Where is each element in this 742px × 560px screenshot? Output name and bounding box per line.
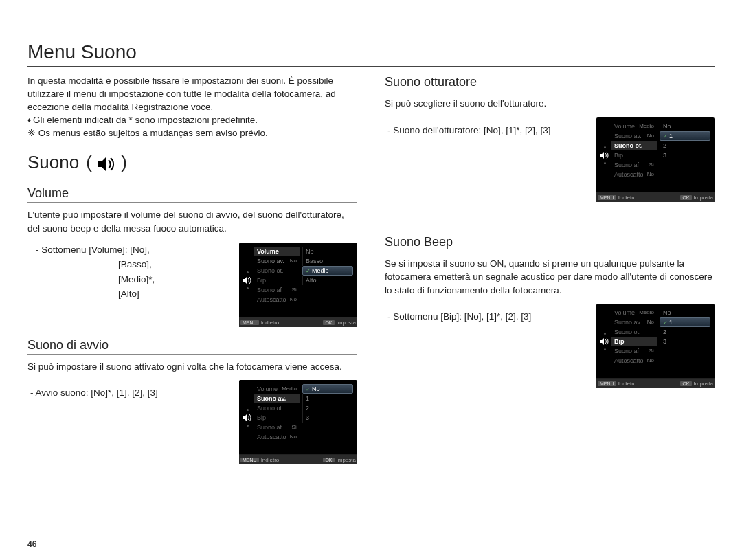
lcd-back[interactable]: MENUIndietro	[598, 194, 636, 201]
lcd-ok[interactable]: OKImposta	[323, 457, 356, 463]
beep-title: Suono Beep	[385, 235, 715, 251]
lcd-option[interactable]: No	[302, 247, 353, 256]
lcd-menu-item[interactable]: VolumeMedio	[611, 122, 657, 131]
speaker-icon	[600, 337, 609, 346]
avvio-desc: Si può impostare il suono attivato ogni …	[27, 360, 357, 374]
lcd-menu-item[interactable]: Bip	[611, 150, 657, 160]
lcd-back[interactable]: MENUIndietro	[598, 381, 636, 387]
lcd-menu-item[interactable]: VolumeMedio	[611, 308, 657, 317]
lcd-menu-item[interactable]: Suono afSì	[254, 285, 300, 295]
lcd-option[interactable]: 2	[302, 403, 353, 413]
lcd-ok[interactable]: OKImposta	[680, 194, 713, 201]
otturatore-desc: Si può scegliere il suono dell'otturator…	[385, 97, 715, 111]
lcd-volume: Volume Suono av.No Suono ot. Bip Suono a…	[239, 243, 357, 327]
lcd-avvio: VolumeMedio Suono av. Suono ot. Bip Suon…	[239, 380, 357, 464]
lcd-option[interactable]: 3	[660, 337, 710, 346]
lcd-ok[interactable]: OKImposta	[323, 320, 356, 326]
lcd-menu-item[interactable]: Suono av.No	[611, 317, 657, 327]
lcd-menu-item[interactable]: AutoscattoNo	[611, 170, 657, 179]
volume-title: Volume	[27, 186, 357, 203]
lcd-back[interactable]: MENUIndietro	[240, 320, 279, 326]
lcd-menu-item[interactable]: Suono afSì	[254, 423, 300, 432]
lcd-beep: VolumeMedio Suono av.No Suono ot. Bip Su…	[596, 304, 715, 388]
lcd-back[interactable]: MENUIndietro	[240, 457, 279, 463]
lcd-option[interactable]: 3	[660, 150, 710, 160]
speaker-icon	[243, 276, 252, 284]
lcd-menu-item[interactable]: Suono av.No	[254, 256, 300, 266]
volume-submenu: Sottomenu [Volume]: [No], [Basso], [Medi…	[27, 243, 227, 302]
lcd-menu-item[interactable]: AutoscattoNo	[254, 432, 300, 442]
lcd-menu-item[interactable]: Suono ot.	[611, 141, 657, 150]
lcd-option[interactable]: 1	[660, 131, 710, 141]
right-column: Suono otturatore Si può scegliere il suo…	[385, 75, 715, 464]
lcd-option[interactable]: 3	[302, 413, 353, 423]
lcd-menu-item[interactable]: Suono afSì	[611, 346, 657, 356]
lcd-option[interactable]: Medio	[302, 266, 353, 276]
lcd-menu-item[interactable]: Volume	[254, 247, 300, 256]
sound-icon	[97, 156, 116, 172]
lcd-menu-item[interactable]: Bip	[254, 276, 300, 285]
intro-bullet: Gli elementi indicati da * sono impostaz…	[27, 114, 357, 127]
lcd-menu-item[interactable]: Suono afSì	[611, 160, 657, 170]
otturatore-submenu: Suono dell'otturatore: [No], [1]*, [2], …	[385, 123, 584, 138]
lcd-menu-item[interactable]: Suono av.No	[611, 131, 657, 141]
lcd-menu-item[interactable]: AutoscattoNo	[254, 295, 300, 304]
lcd-option[interactable]: No	[660, 308, 710, 317]
lcd-otturatore: VolumeMedio Suono av.No Suono ot. Bip Su…	[596, 117, 715, 202]
section-suono-label: Suono	[27, 152, 79, 173]
section-suono-paren: ( )	[86, 152, 127, 173]
beep-desc: Se si imposta il suono su ON, quando si …	[385, 257, 715, 298]
lcd-ok[interactable]: OKImposta	[680, 381, 713, 387]
left-column: In questa modalità è possibile fissare l…	[27, 75, 357, 464]
avvio-submenu: Avvio suono: [No]*, [1], [2], [3]	[27, 385, 227, 401]
lcd-option[interactable]: 1	[302, 394, 353, 403]
lcd-option[interactable]: 1	[660, 317, 710, 327]
lcd-option[interactable]: 2	[660, 141, 710, 150]
intro-paragraph: In questa modalità è possibile fissare l…	[27, 75, 357, 114]
lcd-option[interactable]: Basso	[302, 256, 353, 266]
lcd-menu-item[interactable]: Suono ot.	[254, 403, 300, 413]
intro-note: Os menus estão sujeitos a mudanças sem a…	[27, 127, 357, 140]
lcd-menu-item[interactable]: Suono av.	[254, 394, 300, 403]
lcd-menu-item[interactable]: Suono ot.	[611, 327, 657, 337]
lcd-option[interactable]: No	[660, 122, 710, 131]
page-title: Menu Suono	[27, 41, 715, 67]
section-suono-title: Suono ( )	[27, 152, 357, 175]
lcd-menu-item[interactable]: Bip	[611, 337, 657, 346]
page-number: 46	[27, 539, 36, 549]
lcd-option[interactable]: 2	[660, 327, 710, 337]
lcd-option[interactable]: Alto	[302, 276, 353, 285]
avvio-title: Suono di avvio	[27, 338, 357, 355]
speaker-icon	[600, 151, 609, 159]
volume-desc: L'utente può impostare il volume del suo…	[27, 208, 357, 235]
intro-block: In questa modalità è possibile fissare l…	[27, 75, 357, 139]
beep-submenu: Sottomenu [Bip]: [No], [1]*, [2], [3]	[385, 309, 584, 324]
otturatore-title: Suono otturatore	[385, 75, 715, 91]
lcd-menu-item[interactable]: Bip	[254, 413, 300, 423]
lcd-menu-item[interactable]: Suono ot.	[254, 266, 300, 276]
speaker-icon	[243, 414, 252, 422]
lcd-option[interactable]: No	[302, 384, 353, 394]
lcd-menu-item[interactable]: VolumeMedio	[254, 384, 300, 394]
lcd-menu-item[interactable]: AutoscattoNo	[611, 356, 657, 366]
